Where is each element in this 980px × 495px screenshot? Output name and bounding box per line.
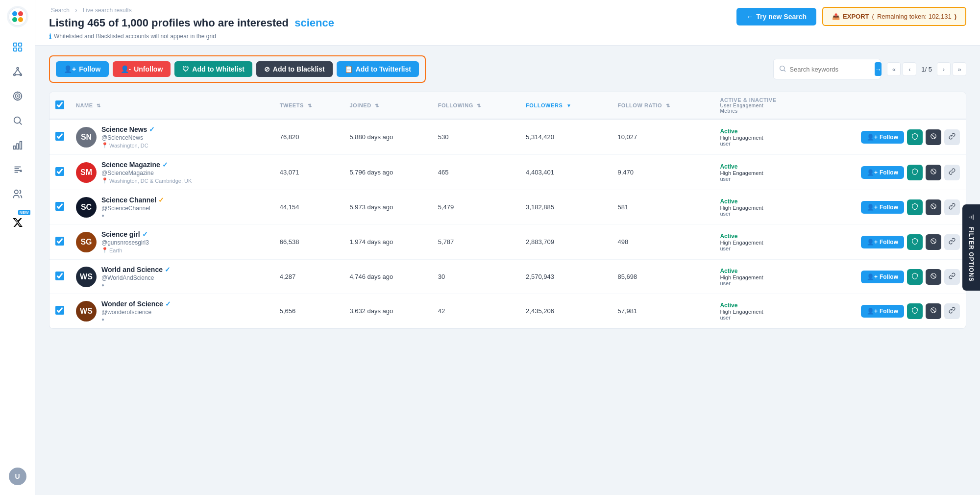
table-row: WS World and Science ✓ @WorldAndScience …: [49, 260, 966, 294]
row-blacklist-button[interactable]: [926, 129, 941, 145]
sort-following-icon[interactable]: ⇅: [477, 103, 481, 108]
row-follow-button[interactable]: 👤+ Follow: [861, 131, 904, 144]
sort-ratio-icon[interactable]: ⇅: [666, 103, 670, 108]
row-whitelist-button[interactable]: [907, 165, 923, 180]
row-checkbox[interactable]: [55, 237, 64, 246]
sidebar-item-twitter[interactable]: NEW: [7, 212, 28, 233]
row-joined: 5,973 days ago: [343, 190, 432, 224]
row-follow-button[interactable]: 👤+ Follow: [861, 271, 904, 283]
select-all-checkbox[interactable]: [55, 100, 64, 109]
toolbar: 👤+ Follow 👤- Unfollow 🛡 Add to Whitelist…: [49, 55, 966, 83]
row-link-button[interactable]: [944, 303, 960, 319]
sidebar-item-chart[interactable]: [7, 134, 28, 156]
sort-joined-icon[interactable]: ⇅: [375, 103, 379, 108]
row-link-button[interactable]: [944, 234, 960, 250]
sidebar-item-target[interactable]: [7, 85, 28, 107]
try-new-search-button[interactable]: ← Try new Search: [736, 8, 816, 25]
row-link-button[interactable]: [944, 165, 960, 180]
row-blacklist-button[interactable]: [926, 234, 941, 250]
add-to-whitelist-button[interactable]: 🛡 Add to Whitelist: [174, 61, 252, 77]
row-checkbox-cell[interactable]: [49, 224, 70, 260]
row-whitelist-button[interactable]: [907, 199, 923, 215]
row-checkbox[interactable]: [55, 272, 64, 280]
row-follow-icon: 👤+: [867, 239, 878, 246]
row-blacklist-button[interactable]: [926, 269, 941, 285]
sidebar-item-search[interactable]: [7, 110, 28, 131]
row-checkbox-cell[interactable]: [49, 119, 70, 155]
row-following: 5,479: [432, 190, 520, 224]
user-display-name: Wonder of Science ✓: [101, 300, 171, 308]
row-checkbox[interactable]: [55, 132, 64, 141]
pagination-next-button[interactable]: ›: [937, 62, 951, 76]
sort-tweets-icon[interactable]: ⇅: [308, 103, 312, 108]
row-checkbox-cell[interactable]: [49, 260, 70, 294]
add-to-blacklist-button[interactable]: ⊘ Add to Blacklist: [256, 61, 333, 77]
sort-name-icon[interactable]: ⇅: [97, 103, 101, 108]
row-block-icon: [930, 238, 937, 246]
svg-point-1: [9, 8, 26, 25]
row-link-button[interactable]: [944, 129, 960, 145]
table-row: WS Wonder of Science ✓ @wonderofscience …: [49, 294, 966, 328]
row-checkbox[interactable]: [55, 202, 64, 211]
svg-line-14: [18, 69, 21, 74]
row-status: Active High Engagement user: [714, 119, 855, 155]
app-logo[interactable]: [7, 6, 28, 27]
row-shield-icon: [911, 307, 918, 315]
row-checkbox[interactable]: [55, 306, 64, 315]
row-whitelist-button[interactable]: [907, 234, 923, 250]
row-blacklist-button[interactable]: [926, 303, 941, 319]
row-checkbox-cell[interactable]: [49, 190, 70, 224]
row-blacklist-button[interactable]: [926, 199, 941, 215]
svg-line-24: [20, 123, 22, 124]
pagination-first-button[interactable]: «: [887, 62, 901, 76]
row-action-buttons: 👤+ Follow: [861, 129, 960, 145]
svg-line-42: [931, 204, 935, 208]
row-follow-button[interactable]: 👤+ Follow: [861, 305, 904, 318]
row-status: Active High Engagement user: [714, 224, 855, 260]
search-icon: [779, 65, 786, 74]
pagination-prev-button[interactable]: ‹: [903, 62, 916, 76]
location-pin-icon: 📍: [101, 177, 108, 184]
user-avatar[interactable]: U: [9, 468, 26, 485]
pagination-last-button[interactable]: »: [953, 62, 966, 76]
row-status: Active High Engagement user: [714, 260, 855, 294]
verified-icon: ✓: [162, 161, 168, 169]
row-joined: 5,796 days ago: [343, 155, 432, 190]
row-whitelist-button[interactable]: [907, 269, 923, 285]
export-button[interactable]: 📤 EXPORT ( Remaining token: 102,131 ): [822, 7, 966, 26]
sidebar-item-network[interactable]: [7, 61, 28, 82]
row-follow-button[interactable]: 👤+ Follow: [861, 236, 904, 248]
location-pin-icon: 📍: [101, 247, 108, 253]
col-select-all[interactable]: [49, 92, 70, 119]
row-follow-button[interactable]: 👤+ Follow: [861, 166, 904, 179]
row-follow-icon: 👤+: [867, 134, 878, 141]
row-following: 465: [432, 155, 520, 190]
user-avatar: WS: [76, 267, 97, 287]
row-link-button[interactable]: [944, 199, 960, 215]
row-block-icon: [930, 272, 937, 281]
new-badge: NEW: [18, 210, 30, 215]
search-go-button[interactable]: →: [875, 62, 881, 76]
add-to-twitterlist-button[interactable]: 📋 Add to Twitterlist: [337, 61, 419, 77]
sidebar-item-dashboard[interactable]: [7, 36, 28, 58]
row-checkbox-cell[interactable]: [49, 294, 70, 328]
unfollow-button[interactable]: 👤- Unfollow: [113, 61, 171, 77]
row-follow-button[interactable]: 👤+ Follow: [861, 201, 904, 214]
row-checkbox-cell[interactable]: [49, 155, 70, 190]
row-follow-ratio: 9,470: [612, 155, 714, 190]
follow-button[interactable]: 👤+ Follow: [56, 61, 109, 77]
row-blacklist-button[interactable]: [926, 165, 941, 180]
search-input[interactable]: [789, 66, 872, 73]
svg-rect-7: [18, 43, 21, 46]
row-link-button[interactable]: [944, 269, 960, 285]
row-checkbox[interactable]: [55, 167, 64, 176]
row-whitelist-button[interactable]: [907, 129, 923, 145]
engagement-sub-label: user: [720, 280, 849, 286]
sidebar-item-list[interactable]: [7, 159, 28, 180]
row-whitelist-button[interactable]: [907, 303, 923, 319]
sort-followers-icon[interactable]: ▼: [566, 103, 571, 108]
user-avatar: SC: [76, 197, 97, 218]
svg-rect-25: [13, 146, 15, 149]
sidebar-item-users[interactable]: [7, 183, 28, 205]
filter-options-tab[interactable]: FILTER OPTIONS: [962, 204, 980, 291]
